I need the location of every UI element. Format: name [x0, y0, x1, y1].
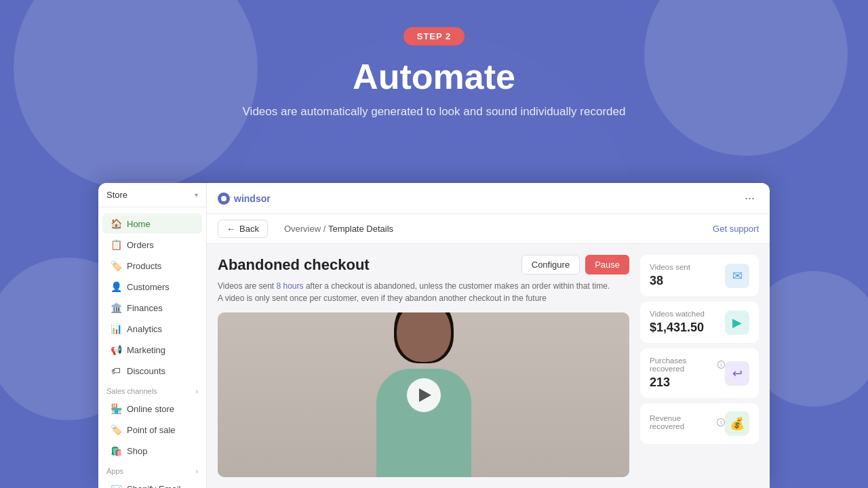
- stat-value: $1,431.50: [650, 321, 725, 335]
- sidebar-item-home[interactable]: 🏠 Home: [102, 214, 202, 234]
- expand-icon[interactable]: ›: [196, 388, 198, 395]
- page-title-row: Abandoned checkout Configure Pause: [218, 255, 629, 274]
- sidebar-item-label: Point of sale: [127, 425, 176, 435]
- stat-info: Revenue recovered i: [650, 414, 725, 433]
- shop-icon: 🛍️: [111, 445, 121, 456]
- get-support-link[interactable]: Get support: [713, 224, 759, 234]
- breadcrumb: Overview / Template Details: [284, 224, 393, 234]
- videos-sent-icon: ✉: [725, 264, 749, 288]
- windsor-logo: windsor: [218, 192, 271, 205]
- sidebar-item-shopify-email[interactable]: ✉️ Shopify Email: [102, 479, 202, 488]
- analytics-icon: 📊: [111, 323, 121, 334]
- info-icon[interactable]: i: [717, 361, 725, 369]
- more-options-button[interactable]: ···: [741, 190, 759, 207]
- sidebar-item-label: Discounts: [127, 366, 165, 376]
- sidebar-item-label: Analytics: [127, 324, 162, 334]
- email-icon: ✉️: [111, 483, 121, 488]
- videos-watched-icon: ▶: [725, 310, 749, 335]
- nav-items: 🏠 Home 📋 Orders 🏷️ Products 👤 Customers …: [98, 207, 206, 488]
- sidebar-item-finances[interactable]: 🏛️ Finances: [102, 298, 202, 318]
- sidebar-item-analytics[interactable]: 📊 Analytics: [102, 319, 202, 339]
- info-icon[interactable]: i: [717, 418, 725, 426]
- play-button[interactable]: [407, 378, 441, 412]
- page-description: Videos are sent 8 hours after a checkout…: [218, 280, 629, 304]
- sidebar-item-label: Orders: [127, 240, 154, 250]
- stats-panel: Videos sent 38 ✉ Videos watched $1,431.5…: [640, 255, 759, 477]
- online-store-icon: 🏪: [111, 403, 121, 414]
- ui-card: Store ▾ 🏠 Home 📋 Orders 🏷️ Products 👤: [98, 183, 770, 488]
- video-container: [218, 312, 629, 477]
- stat-card-revenue-recovered: Revenue recovered i 💰: [640, 403, 759, 444]
- breadcrumb-overview: Overview: [284, 224, 321, 234]
- discounts-icon: 🏷: [111, 365, 121, 376]
- chevron-down-icon: ▾: [195, 191, 198, 199]
- customers-icon: 👤: [111, 281, 121, 292]
- stat-info: Videos watched $1,431.50: [650, 310, 725, 335]
- purchases-recovered-icon: ↩: [725, 361, 749, 386]
- apps-section: Apps ›: [98, 462, 206, 478]
- sidebar-item-label: Marketing: [127, 345, 165, 355]
- description-prefix: Videos are sent: [218, 281, 277, 291]
- sidebar-item-label: Finances: [127, 303, 163, 313]
- stat-card-purchases-recovered: Purchases recovered i 213 ↩: [640, 348, 759, 398]
- sidebar-item-customers[interactable]: 👤 Customers: [102, 277, 202, 297]
- sales-channels-label: Sales channels: [106, 387, 157, 395]
- pause-button[interactable]: Pause: [585, 255, 629, 274]
- stat-label: Purchases recovered i: [650, 357, 725, 373]
- orders-icon: 📋: [111, 239, 121, 250]
- expand-icon[interactable]: ›: [196, 468, 198, 475]
- marketing-icon: 📢: [111, 344, 121, 355]
- logo-icon: [218, 192, 230, 205]
- sidebar-item-discounts[interactable]: 🏷 Discounts: [102, 361, 202, 381]
- sidebar-item-label: Home: [127, 219, 151, 229]
- sales-channels-section: Sales channels ›: [98, 382, 206, 398]
- stat-card-videos-sent: Videos sent 38 ✉: [640, 255, 759, 296]
- header-section: STEP 2 Automate Videos are automatically…: [0, 0, 868, 139]
- sidebar-item-online-store[interactable]: 🏪 Online store: [102, 399, 202, 419]
- main-content: windsor ··· ← Back Overview / Template D…: [207, 183, 770, 488]
- sidebar-item-label: Shopify Email: [127, 484, 180, 489]
- person-head: [397, 312, 451, 362]
- sidebar-item-orders[interactable]: 📋 Orders: [102, 235, 202, 255]
- sidebar-item-marketing[interactable]: 📢 Marketing: [102, 340, 202, 360]
- stat-card-videos-watched: Videos watched $1,431.50 ▶: [640, 302, 759, 343]
- header-subtitle: Videos are automatically generated to lo…: [0, 105, 868, 119]
- nav-bar: ← Back Overview / Template Details Get s…: [207, 214, 770, 244]
- stat-info: Purchases recovered i 213: [650, 357, 725, 390]
- hours-highlight: 8 hours: [277, 281, 304, 291]
- sidebar-item-label: Shop: [127, 446, 147, 456]
- revenue-recovered-icon: 💰: [725, 411, 749, 436]
- stat-label: Revenue recovered i: [650, 414, 725, 430]
- breadcrumb-current: Template Details: [328, 224, 393, 234]
- store-label: Store: [106, 190, 127, 200]
- page-title: Abandoned checkout: [218, 256, 370, 274]
- sidebar-item-products[interactable]: 🏷️ Products: [102, 256, 202, 276]
- sidebar-item-shop[interactable]: 🛍️ Shop: [102, 441, 202, 461]
- action-buttons: Configure Pause: [521, 255, 629, 274]
- sidebar-item-point-of-sale[interactable]: 🏷️ Point of sale: [102, 420, 202, 440]
- description-line2: A video is only sent once per customer, …: [218, 293, 547, 303]
- products-icon: 🏷️: [111, 260, 121, 271]
- pos-icon: 🏷️: [111, 424, 121, 435]
- description-suffix: after a checkout is abandoned, unless th…: [306, 281, 610, 291]
- stat-label: Videos sent: [650, 263, 725, 271]
- content-area: Abandoned checkout Configure Pause Video…: [207, 244, 770, 488]
- stat-info: Videos sent 38: [650, 263, 725, 288]
- configure-button[interactable]: Configure: [521, 255, 580, 274]
- store-selector[interactable]: Store ▾: [98, 183, 206, 207]
- back-label: Back: [239, 224, 259, 234]
- back-button[interactable]: ← Back: [218, 220, 268, 238]
- sidebar: Store ▾ 🏠 Home 📋 Orders 🏷️ Products 👤: [98, 183, 207, 488]
- back-arrow-icon: ←: [226, 224, 235, 234]
- header-title: Automate: [0, 56, 868, 97]
- step-badge: STEP 2: [403, 27, 465, 45]
- stat-value: 38: [650, 274, 725, 288]
- sidebar-item-label: Online store: [127, 404, 174, 414]
- top-bar: windsor ···: [207, 183, 770, 214]
- sidebar-item-label: Customers: [127, 282, 170, 292]
- play-icon: [419, 388, 431, 402]
- top-bar-actions: ···: [741, 190, 759, 207]
- finances-icon: 🏛️: [111, 302, 121, 313]
- video-panel: Abandoned checkout Configure Pause Video…: [218, 255, 629, 477]
- stat-value: 213: [650, 375, 725, 390]
